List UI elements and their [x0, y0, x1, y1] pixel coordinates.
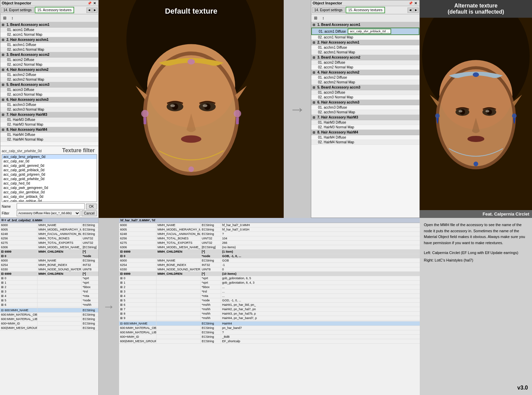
dropdown-item-8[interactable]: acc_calp_slvr_gemblue_0d	[2, 190, 97, 194]
ok-button[interactable]: OK	[86, 204, 97, 209]
tab-export-settings[interactable]: 14. Export settings	[1, 7, 34, 13]
dropdown-item-4[interactable]: acc_calp_gold_prlgreen_0d	[2, 172, 97, 177]
list-item[interactable]: 02. accm3 Normal Map	[0, 92, 98, 97]
dropdown-item-7[interactable]: acc_calp_pwtr_gemgreen_0d	[2, 186, 97, 190]
table-cell: ECString	[201, 227, 221, 232]
pin-icon[interactable]: 📌	[87, 1, 92, 5]
table-cell: MMH_TOTAL_EXPORTS	[156, 241, 201, 245]
right-list-item[interactable]: 02. HairM4 Normal Map	[311, 140, 419, 145]
right-list-item[interactable]: 02. acchm1 Normal Map	[311, 50, 419, 55]
table-cell: MMH_BONE_INDEX	[156, 263, 201, 267]
table-cell: UINT8	[82, 267, 99, 271]
table-cell: 6000	[0, 223, 37, 227]
bottom-arrow: →	[99, 218, 119, 395]
right-list-item[interactable]: 01. acchm3 Diffuse	[311, 105, 419, 110]
left-tree-list: ⊟ 1. Beard Accessory accm1 01. accm1 Dif…	[0, 22, 98, 146]
close-button[interactable]: ✕	[92, 1, 97, 5]
right-list-item[interactable]: 01. acchm2 Diffuse	[311, 75, 419, 80]
dropdown-item-6[interactable]: acc_calp_hed_0d	[2, 181, 97, 186]
table-cell: 6256	[119, 236, 156, 240]
nav-prev[interactable]: ◀	[86, 7, 92, 13]
dropdown-item-5[interactable]: acc_calp_gold_prlwhite_0d	[2, 177, 97, 181]
table-cell: ⊞ 6	[0, 303, 37, 307]
list-item[interactable]: 01. accm3 Diffuse	[0, 88, 98, 92]
table-cell: *node	[82, 298, 99, 302]
list-item[interactable]: 01. acchm1 Diffuse	[0, 43, 98, 47]
svg-point-27	[459, 110, 462, 112]
list-item[interactable]: 01. accm1 Diffuse	[0, 28, 98, 32]
right-list-item[interactable]: 01. HairM4 Diffuse	[311, 135, 419, 140]
dropdown-item-0[interactable]: acc_calp_brnz_prlgreen_0d	[2, 155, 97, 159]
tree-group-7: ⊟ 7. Hair Accessory HairM3	[0, 112, 98, 117]
table-cell: ⊟ 6999	[119, 250, 156, 254]
filter-select[interactable]: Accessory Diffuse Files (acc_*_0d.dds)	[17, 210, 80, 216]
dropdown-item-3[interactable]: acc_calp_gold_priblack_0d	[2, 168, 97, 172]
list-item[interactable]: 02. accm1 Normal Map	[0, 32, 98, 37]
right-list-item[interactable]: 02. accm2 Normal Map	[311, 65, 419, 70]
dropdown-item-10[interactable]: acc_calp_slvr_priblue_0d	[2, 199, 97, 202]
list-item[interactable]: 01. accm2 Diffuse	[0, 58, 98, 62]
right-list-item[interactable]: 02. accm1 Normal Map	[311, 35, 419, 40]
right-list-item[interactable]: 01. accm3 Diffuse	[311, 90, 419, 95]
right-list-item[interactable]: 01. HairM3 Diffuse	[311, 120, 419, 125]
table-cell: MMH_MODEL_HIERARCHY_MODEL_DATA	[156, 227, 201, 232]
table-cell	[37, 298, 82, 302]
active-row-value[interactable]: acc_calp_slvr_priblack_0d ...	[348, 29, 391, 34]
name-input[interactable]	[17, 203, 85, 209]
dropdown-item-9[interactable]: acc_calp_slvr_priblack_0d	[2, 194, 97, 199]
list-item[interactable]: 02. HairM4 Normal Map	[0, 137, 98, 142]
right-list-item[interactable]: 02. HairM3 Normal Map	[311, 125, 419, 130]
table-cell: ⊞ 8	[119, 312, 156, 316]
right-list-item[interactable]: 02. acchm3 Normal Map	[311, 110, 419, 115]
list-item[interactable]: 02. acchm2 Normal Map	[0, 77, 98, 82]
table-row: ⊞ 1*xprtgob_gobrotation, 8, 4, 3	[0, 281, 98, 285]
right-tab-export[interactable]: 14. Export settings	[312, 7, 345, 13]
table-cell: ⊟ 600:MMH_NAME	[119, 321, 156, 326]
table-cell: UINT32	[82, 236, 99, 240]
list-item[interactable]: 01. acchm3 Diffuse	[0, 102, 98, 107]
table-cell: (no items)	[221, 245, 420, 249]
table-row: 600+MMH_IDECString_BdB	[119, 335, 420, 339]
dropdown-item-2[interactable]: acc_calp_gold_gemred_0d	[2, 163, 97, 168]
right-sort-icon[interactable]: ↕	[320, 15, 326, 21]
right-list-item[interactable]: 01. accm2 Diffuse	[311, 60, 419, 65]
right-list-item[interactable]: 02. accm3 Normal Map	[311, 95, 419, 100]
table-cell	[37, 303, 82, 307]
grid-icon[interactable]: ⊞	[2, 15, 8, 21]
table-cell: ...	[221, 285, 420, 289]
bottom-arrow-icon: →	[103, 299, 115, 314]
table-row: 6306MMH_MODEL_MESH_NAME_LIST[ECString](n…	[119, 245, 420, 250]
right-tab-accessory[interactable]: 15. Accessory textures	[346, 7, 385, 13]
table-row: 6330MMH_NODE_SOUND_MATERIALUINT80	[0, 267, 98, 272]
list-item[interactable]: 01. HairM4 Diffuse	[0, 132, 98, 137]
right-list-item[interactable]: 02. acchm2 Normal Map	[311, 80, 419, 85]
table-cell: *mshh	[201, 312, 221, 316]
right-list-item[interactable]: 01. acchm1 Diffuse	[311, 45, 419, 50]
table-row: ⊟ 6999MMH_CHILDREN[*](10 items)	[119, 272, 420, 276]
cancel-button[interactable]: Cancel	[82, 210, 97, 216]
close-button-right[interactable]: ✕	[413, 1, 418, 5]
table-cell: ⊞ 0	[0, 276, 37, 280]
pin-icon-right[interactable]: 📌	[409, 1, 413, 5]
table-cell: ?	[221, 232, 420, 236]
alternate-value-label: acc_calp_slvr_prlwhite_0d Texture filter	[2, 147, 97, 154]
list-item[interactable]: 01. acchm2 Diffuse	[0, 73, 98, 77]
table-row: ⊞ 2*bbox...	[119, 285, 420, 289]
right-nav-prev[interactable]: ◀	[408, 7, 413, 13]
texture-dropdown-list[interactable]: acc_calp_brnz_prlgreen_0d acc_calp_ear_0…	[2, 154, 97, 202]
table-cell: [*]	[201, 250, 221, 254]
list-item[interactable]: 02. HairM3 Normal Map	[0, 122, 98, 127]
table-cell: *mshh	[201, 303, 221, 307]
table-cell: _BdB	[221, 335, 420, 339]
sort-icon[interactable]: ↕	[9, 15, 15, 21]
right-grid-icon[interactable]: ⊞	[313, 15, 319, 21]
tab-accessory-textures[interactable]: 15. Accessory textures	[35, 7, 74, 13]
nav-next[interactable]: ▶	[92, 7, 98, 13]
dropdown-item-1[interactable]: acc_calp_ear_0d	[2, 159, 97, 163]
list-item[interactable]: 01. HairM3 Diffuse	[0, 117, 98, 122]
list-item[interactable]: 02. acchm3 Normal Map	[0, 107, 98, 112]
right-nav-next[interactable]: ▶	[413, 7, 419, 13]
right-list-item-active[interactable]: 01. accm1 Diffuse acc_calp_slvr_priblack…	[311, 28, 419, 35]
list-item[interactable]: 02. acchm1 Normal Map	[0, 47, 98, 52]
list-item[interactable]: 02. accm2 Normal Map	[0, 62, 98, 67]
